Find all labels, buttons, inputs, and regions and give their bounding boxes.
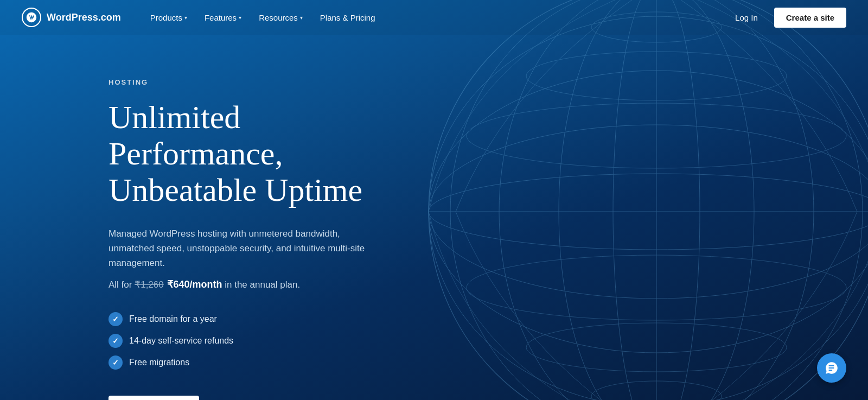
chat-icon: [825, 361, 839, 375]
svg-point-6: [467, 103, 846, 168]
chevron-down-icon: ▾: [239, 15, 241, 21]
nav-item-resources[interactable]: Resources ▾: [251, 9, 310, 27]
wp-logo-icon: [22, 8, 41, 27]
hero-description: Managed WordPress hosting with unmetered…: [108, 226, 380, 271]
navbar: WordPress.com Products ▾ Features ▾ Reso…: [0, 0, 868, 35]
svg-point-10: [526, 323, 787, 372]
nav-item-products[interactable]: Products ▾: [143, 9, 195, 27]
chat-support-button[interactable]: [817, 353, 846, 383]
nav-item-plans-pricing[interactable]: Plans & Pricing: [312, 9, 383, 27]
nav-links: Products ▾ Features ▾ Resources ▾ Plans …: [143, 9, 727, 27]
feature-item: 14-day self-service refunds: [108, 334, 380, 348]
check-icon: [108, 312, 123, 326]
create-site-hero-button[interactable]: Create a site: [108, 396, 199, 400]
current-price: ₹640/month: [167, 279, 222, 290]
globe-background: [412, 0, 868, 400]
features-list: Free domain for a year 14-day self-servi…: [108, 312, 380, 370]
check-icon: [108, 355, 123, 370]
svg-point-12: [613, 0, 700, 400]
svg-point-15: [450, 0, 863, 400]
svg-point-0: [429, 0, 868, 400]
logo-text: WordPress.com: [47, 12, 121, 23]
feature-item: Free migrations: [108, 355, 380, 370]
svg-point-14: [499, 0, 814, 400]
svg-point-3: [429, 71, 868, 353]
site-logo[interactable]: WordPress.com: [22, 8, 121, 27]
svg-point-9: [467, 255, 846, 320]
svg-point-7: [526, 52, 787, 100]
nav-right-actions: Log In Create a site: [727, 8, 846, 28]
svg-point-4: [429, 16, 868, 400]
hero-title: Unlimited Performance, Unbeatable Uptime: [108, 99, 380, 209]
check-icon: [108, 334, 123, 348]
chevron-down-icon: ▾: [300, 15, 303, 21]
section-label: HOSTING: [108, 78, 380, 86]
svg-point-2: [429, 125, 868, 299]
login-link[interactable]: Log In: [727, 9, 765, 27]
svg-point-11: [591, 381, 722, 400]
chevron-down-icon: ▾: [184, 15, 187, 21]
nav-item-features[interactable]: Features ▾: [197, 9, 249, 27]
svg-point-1: [429, 174, 868, 250]
hero-section: HOSTING Unlimited Performance, Unbeatabl…: [0, 35, 380, 400]
feature-item: Free domain for a year: [108, 312, 380, 326]
svg-point-13: [559, 0, 754, 400]
create-site-nav-button[interactable]: Create a site: [774, 8, 846, 28]
original-price: ₹1,260: [135, 280, 164, 290]
hero-price: All for ₹1,260 ₹640/month in the annual …: [108, 277, 380, 293]
